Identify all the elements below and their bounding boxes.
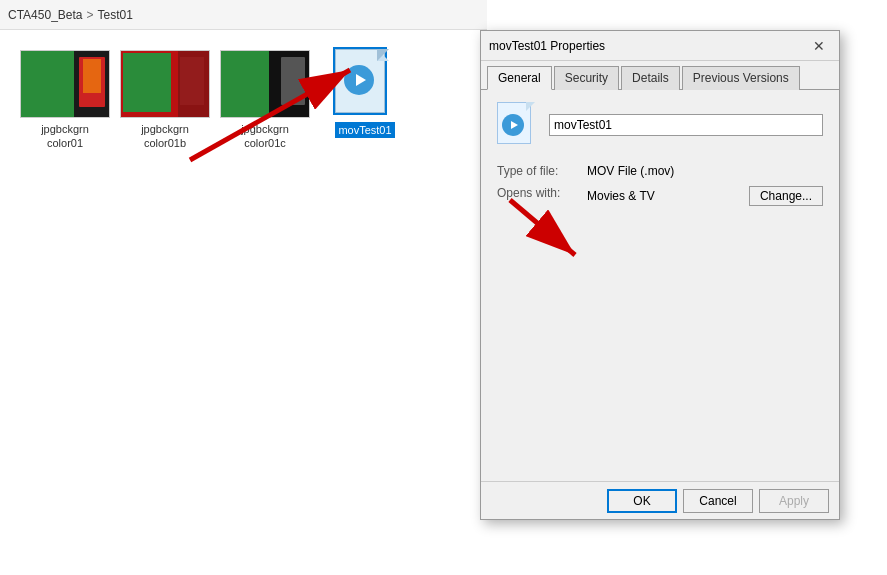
file-item-movTest01[interactable]: movTest01 bbox=[320, 50, 410, 151]
dialog-footer: OK Cancel Apply bbox=[481, 481, 839, 519]
file-header-row bbox=[497, 102, 823, 148]
play-icon-small bbox=[502, 114, 524, 136]
breadcrumb-part1[interactable]: CTA450_Beta bbox=[8, 8, 83, 22]
file-icon-small bbox=[497, 102, 537, 148]
prop-value-opens-with: Movies & TV bbox=[587, 189, 655, 203]
dialog-titlebar: movTest01 Properties ✕ bbox=[481, 31, 839, 61]
prop-label-type: Type of file: bbox=[497, 164, 587, 178]
breadcrumb-separator: > bbox=[87, 8, 94, 22]
file-thumbnail-jpgbckgrn-color01 bbox=[20, 50, 110, 118]
file-thumbnail-movTest01 bbox=[320, 50, 410, 118]
ok-button[interactable]: OK bbox=[607, 489, 677, 513]
prop-row-type: Type of file: MOV File (.mov) bbox=[497, 164, 823, 178]
breadcrumb-part2[interactable]: Test01 bbox=[98, 8, 133, 22]
file-grid: jpgbckgrn color01 jpgbckgrn color01b bbox=[0, 30, 487, 575]
tab-previous-versions[interactable]: Previous Versions bbox=[682, 66, 800, 90]
dialog-close-button[interactable]: ✕ bbox=[807, 34, 831, 58]
prop-value-type: MOV File (.mov) bbox=[587, 164, 823, 178]
dialog-content: Type of file: MOV File (.mov) Opens with… bbox=[481, 90, 839, 481]
file-item-jpgbckgrn-color01b[interactable]: jpgbckgrn color01b bbox=[120, 50, 210, 151]
properties-dialog: movTest01 Properties ✕ General Security … bbox=[480, 30, 840, 520]
file-thumbnail-jpgbckgrn-color01c bbox=[220, 50, 310, 118]
dialog-title: movTest01 Properties bbox=[489, 39, 605, 53]
gray-area bbox=[497, 214, 823, 374]
tab-general[interactable]: General bbox=[487, 66, 552, 90]
prop-label-opens-with: Opens with: bbox=[497, 186, 587, 200]
dialog-tabs: General Security Details Previous Versio… bbox=[481, 61, 839, 90]
filename-input[interactable] bbox=[549, 114, 823, 136]
file-item-jpgbckgrn-color01c[interactable]: jpgbckgrn color01c bbox=[220, 50, 310, 151]
tab-details[interactable]: Details bbox=[621, 66, 680, 90]
breadcrumb: CTA450_Beta > Test01 bbox=[0, 0, 487, 30]
file-label-jpgbckgrn-color01c: jpgbckgrn color01c bbox=[241, 122, 289, 151]
file-label-jpgbckgrn-color01b: jpgbckgrn color01b bbox=[141, 122, 189, 151]
tab-security[interactable]: Security bbox=[554, 66, 619, 90]
change-button[interactable]: Change... bbox=[749, 186, 823, 206]
file-item-jpgbckgrn-color01[interactable]: jpgbckgrn color01 bbox=[20, 50, 110, 151]
file-thumbnail-jpgbckgrn-color01b bbox=[120, 50, 210, 118]
cancel-button[interactable]: Cancel bbox=[683, 489, 753, 513]
file-label-movTest01: movTest01 bbox=[335, 122, 394, 138]
prop-value-opens-with-container: Movies & TV Change... bbox=[587, 186, 823, 206]
apply-button[interactable]: Apply bbox=[759, 489, 829, 513]
file-label-jpgbckgrn-color01: jpgbckgrn color01 bbox=[41, 122, 89, 151]
prop-row-opens-with: Opens with: Movies & TV Change... bbox=[497, 186, 823, 206]
